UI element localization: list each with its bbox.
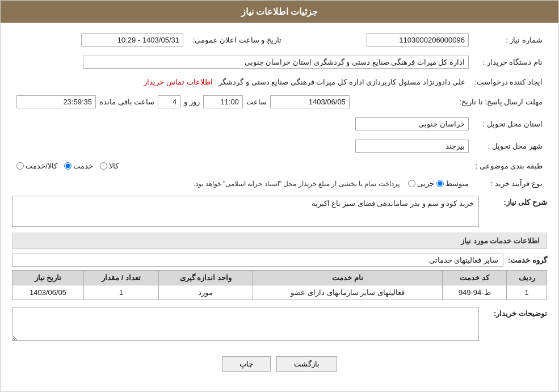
category-option-kala[interactable]: کالا	[100, 162, 119, 170]
need-number-box: 1103000206000096	[367, 33, 469, 47]
services-table: ردیف کد خدمت نام خدمت واحد اندازه گیری ت…	[12, 270, 547, 300]
category-option-khadamat-label: خدمت	[73, 162, 93, 170]
info-table-row1: شماره نیاز : 1103000206000096 تاریخ و سا…	[12, 31, 547, 49]
category-radio-kala-khadamat[interactable]	[16, 162, 24, 170]
group-service-value: سایر فعالیتهای خدماتی	[12, 254, 503, 267]
cell-date: 1403/06/05	[12, 285, 84, 300]
deadline-label: مهلت ارسال پاسخ: تا تاریخ:	[455, 93, 547, 111]
announcement-date-value: 1403/05/31 - 10:29	[12, 31, 188, 49]
process-type-value: متوسط جزیی پرداخت تمام یا بخشی از مبلغ خ…	[12, 177, 473, 190]
category-option-khadamat[interactable]: خدمت	[64, 162, 93, 170]
info-table-row2: نام دستگاه خریدار : اداره کل میراث فرهنگ…	[12, 53, 547, 71]
print-button[interactable]: چاپ	[222, 356, 271, 372]
province-box: خراسان جنوبی	[355, 117, 469, 130]
category-option-kala-label: کالا	[109, 162, 119, 170]
deadline-remaining-box: 23:59:35	[16, 95, 96, 108]
category-option-kala-khadamat[interactable]: کالا/خدمت	[16, 162, 57, 170]
process-radio-jozii[interactable]	[408, 180, 415, 187]
city-label: شهر محل تحویل :	[473, 137, 547, 155]
cell-quantity: 1	[84, 285, 159, 300]
deadline-value: 23:59:35 ساعت باقی مانده 4 روز و 11:00 س…	[12, 93, 455, 111]
requester-label: ایجاد کننده درخواست:	[470, 75, 547, 88]
cell-unit: مورد	[158, 285, 253, 300]
category-radio-row: کالا/خدمت خدمت کالا	[16, 162, 466, 170]
process-option-motavasset[interactable]: متوسط	[436, 179, 469, 188]
requester-value: علی دادورنژاد مسئول کاربردازی اداره کل م…	[12, 75, 470, 88]
table-row: 1 ط-94-949 فعالیتهای سایر سازمانهای دارا…	[12, 285, 547, 300]
description-section: شرح کلی نیاز: خرید کود و سم و بذر ساماند…	[12, 196, 547, 227]
description-box: خرید کود و سم و بذر ساماندهی فضای سبز با…	[12, 196, 479, 227]
process-type-label: نوع فرآیند خرید :	[473, 177, 547, 190]
announcement-date-box: 1403/05/31 - 10:29	[81, 33, 183, 47]
category-label: طبقه بندی موضوعی :	[471, 159, 547, 172]
back-button[interactable]: بازگشت	[276, 356, 337, 372]
contact-link[interactable]: اطلاعات تماس خریدار	[144, 78, 212, 86]
deadline-date-box: 1403/06/05	[270, 95, 350, 108]
province-value: خراسان جنوبی	[12, 115, 473, 133]
info-table-row6: شهر محل تحویل : بیرجند	[12, 137, 547, 155]
main-content: شماره نیاز : 1103000206000096 تاریخ و سا…	[1, 23, 558, 391]
need-number-value: 1103000206000096	[297, 31, 473, 49]
process-option-jozii-label: جزیی	[417, 179, 434, 188]
bottom-buttons: بازگشت چاپ	[12, 348, 547, 383]
deadline-time-label: ساعت	[246, 98, 267, 106]
description-label: شرح کلی نیاز:	[479, 196, 547, 206]
deadline-remaining-label: ساعت باقی مانده	[99, 98, 154, 106]
category-radio-kala[interactable]	[100, 162, 107, 170]
process-option-motavasset-label: متوسط	[445, 179, 469, 188]
info-table-row7: طبقه بندی موضوعی : کالا/خدمت خدمت کالا	[12, 159, 547, 172]
process-note: پرداخت تمام یا بخشی از مبلغ خریداز محل "…	[194, 180, 400, 188]
col-unit: واحد اندازه گیری	[158, 271, 253, 285]
group-service-label: گروه خدمت:	[508, 256, 547, 264]
description-text: خرید کود و سم و بذر ساماندهی فضای سبز با…	[312, 199, 474, 208]
col-quantity: تعداد / مقدار	[84, 271, 159, 285]
deadline-row: 23:59:35 ساعت باقی مانده 4 روز و 11:00 س…	[16, 95, 450, 108]
info-table-row8: نوع فرآیند خرید : متوسط جزیی پرداخت تمام…	[12, 177, 547, 190]
service-group-row: گروه خدمت: سایر فعالیتهای خدماتی	[12, 254, 547, 267]
buyer-description-label: توضیحات خریدار:	[479, 307, 547, 318]
buyer-org-box: اداره کل میراث فرهنگی صنایع دستی و گردشگ…	[83, 56, 469, 69]
deadline-days-box: 4	[158, 95, 180, 108]
city-box: بیرجند	[355, 140, 469, 153]
col-service-name: نام خدمت	[253, 271, 443, 285]
requester-text: علی دادورنژاد مسئول کاربردازی اداره کل م…	[218, 78, 465, 86]
info-table-row3: ایجاد کننده درخواست: علی دادورنژاد مسئول…	[12, 75, 547, 88]
buyer-org-value: اداره کل میراث فرهنگی صنایع دستی و گردشگ…	[12, 53, 473, 71]
category-option-kala-khadamat-label: کالا/خدمت	[26, 162, 57, 170]
announcement-date-label: تاریخ و ساعت اعلان عمومی:	[188, 31, 286, 49]
page-wrapper: جزئیات اطلاعات نیاز شماره نیاز : 1103000…	[0, 0, 559, 392]
col-service-code: کد خدمت	[442, 271, 506, 285]
cell-row-num: 1	[507, 285, 547, 300]
buyer-org-label: نام دستگاه خریدار :	[473, 53, 547, 71]
buyer-description-textarea[interactable]	[12, 307, 479, 341]
process-radio-motavasset[interactable]	[436, 180, 444, 187]
category-radio-khadamat[interactable]	[64, 162, 72, 170]
col-row-num: ردیف	[507, 271, 547, 285]
info-table-row4: مهلت ارسال پاسخ: تا تاریخ: 23:59:35 ساعت…	[12, 93, 547, 111]
need-number-label: شماره نیاز :	[473, 31, 547, 49]
province-label: استان محل تحویل :	[473, 115, 547, 133]
process-type-row: متوسط جزیی پرداخت تمام یا بخشی از مبلغ خ…	[16, 179, 469, 188]
process-option-jozii[interactable]: جزیی	[408, 179, 434, 188]
buyer-description-section: توضیحات خریدار:	[12, 307, 547, 341]
cell-service-name: فعالیتهای سایر سازمانهای دارای عضو	[253, 285, 443, 300]
page-title: جزئیات اطلاعات نیاز	[241, 7, 318, 16]
info-table-row5: استان محل تحویل : خراسان جنوبی	[12, 115, 547, 133]
deadline-day-label: روز و	[184, 98, 200, 106]
services-section-header: اطلاعات خدمات مورد نیاز	[12, 233, 547, 249]
category-value: کالا/خدمت خدمت کالا	[12, 159, 471, 172]
col-date: تاریخ نیاز	[12, 271, 84, 285]
page-header: جزئیات اطلاعات نیاز	[1, 1, 558, 23]
city-value: بیرجند	[12, 137, 473, 155]
deadline-time-box: 11:00	[203, 95, 243, 108]
cell-service-code: ط-94-949	[442, 285, 506, 300]
